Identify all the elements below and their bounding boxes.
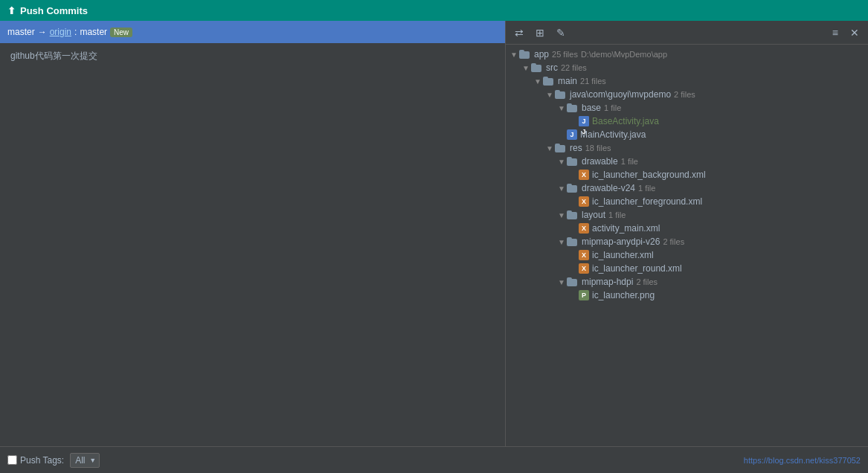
close-button[interactable]: ✕ (847, 25, 862, 40)
png-icon-ic-launcher: P (579, 290, 589, 300)
remote-branch: master (80, 27, 107, 37)
tree-node-drawable[interactable]: ▼ drawable 1 file (506, 155, 868, 168)
window-title: Push Commits (20, 5, 88, 16)
edit-button[interactable]: ✎ (553, 25, 568, 40)
node-meta-drawable: 1 file (621, 157, 638, 166)
sync-button[interactable]: ⇄ (512, 25, 527, 40)
node-name-ic-launcher-bg: ic_launcher_background.xml (592, 170, 706, 180)
title-bar: ⬆ Push Commits (0, 0, 868, 21)
right-panel: ⇄ ⊞ ✎ ≡ ✕ ▼ app 25 files D:\demo\MvpDemo… (506, 21, 868, 446)
arrow-layout: ▼ (556, 211, 567, 219)
arrow-drawable: ▼ (556, 158, 567, 166)
node-name-activity-main: activity_main.xml (592, 223, 660, 234)
folder-icon-layout (567, 210, 579, 219)
xml-icon-activity-main: X (579, 223, 589, 234)
tree-node-src[interactable]: ▼ src 22 files (506, 61, 868, 74)
arrow-mipmap-hdpi: ▼ (556, 278, 567, 286)
remote-label[interactable]: origin (50, 27, 71, 37)
separator: : (74, 27, 77, 37)
node-name-ic-launcher-png: ic_launcher.png (592, 290, 655, 300)
folder-icon-app (519, 50, 531, 59)
node-meta-main: 21 files (580, 77, 606, 86)
node-meta-src: 22 files (561, 63, 587, 72)
node-name-baseactivity: BaseActivity.java (592, 116, 659, 126)
node-meta-drawable-v24: 1 file (638, 184, 655, 193)
commit-item[interactable]: github代码第一次提交 (7, 48, 498, 65)
push-tags-section: Push Tags: (7, 455, 64, 466)
folder-icon-src (531, 63, 543, 72)
right-toolbar: ⇄ ⊞ ✎ ≡ ✕ (506, 21, 868, 45)
local-branch: master (7, 27, 35, 37)
node-name-drawable-v24: drawable-v24 (582, 183, 635, 193)
xml-icon-ic-launcher: X (579, 250, 589, 260)
tree-node-main[interactable]: ▼ main 21 files (506, 74, 868, 88)
file-tree: ▼ app 25 files D:\demo\MvpDemo\app ▼ src… (506, 45, 868, 446)
node-meta-res: 18 files (585, 144, 611, 152)
tree-node-mipmap-anydpi[interactable]: ▼ mipmap-anydpi-v26 2 files (506, 235, 868, 248)
collapse-button[interactable]: ≡ (829, 25, 841, 40)
node-name-mipmap-anydpi: mipmap-anydpi-v26 (582, 236, 660, 247)
node-name-layout: layout (582, 210, 605, 220)
folder-icon-res (555, 144, 567, 152)
push-icon: ⬆ (7, 5, 16, 16)
node-name-ic-launcher-xml: ic_launcher.xml (592, 250, 654, 260)
folder-icon-drawable-v24 (567, 184, 579, 193)
bottom-bar: Push Tags: All https://blog.csdn.net/kis… (0, 446, 868, 473)
node-name-app: app (534, 49, 549, 59)
arrow-base: ▼ (556, 104, 567, 112)
node-meta-mipmap-hdpi: 2 files (636, 277, 658, 286)
tree-node-mainactivity[interactable]: J MainActivity.java (506, 128, 868, 141)
tree-node-base[interactable]: ▼ base 1 file (506, 101, 868, 115)
folder-icon-main (543, 77, 555, 86)
node-name-java-pkg: java\com\guoyi\mvpdemo (570, 89, 671, 100)
node-meta-mipmap-anydpi: 2 files (663, 237, 684, 246)
xml-icon-ic-launcher-round: X (579, 263, 589, 274)
java-icon-mainactivity: J (567, 129, 577, 140)
node-name-ic-launcher-round: ic_launcher_round.xml (592, 263, 682, 274)
node-name-ic-launcher-fg: ic_launcher_foreground.xml (592, 196, 702, 207)
java-icon-baseactivity: J (579, 116, 589, 126)
node-meta-app: 25 files (552, 50, 578, 59)
push-tags-label: Push Tags: (20, 455, 64, 466)
folder-icon-mipmap-anydpi (567, 237, 579, 246)
push-tags-select[interactable]: All (70, 453, 100, 468)
tree-node-activity-main[interactable]: X activity_main.xml (506, 222, 868, 235)
arrow-drawable-v24: ▼ (556, 184, 567, 193)
branch-bar: master → origin : master New (0, 21, 505, 43)
tree-node-mipmap-hdpi[interactable]: ▼ mipmap-hdpi 2 files (506, 275, 868, 289)
bottom-url[interactable]: https://blog.csdn.net/kiss377052 (744, 456, 861, 465)
tree-node-layout[interactable]: ▼ layout 1 file (506, 208, 868, 222)
tree-node-ic-launcher-bg[interactable]: X ic_launcher_background.xml (506, 168, 868, 181)
tree-node-ic-launcher-fg[interactable]: X ic_launcher_foreground.xml (506, 195, 868, 208)
push-tags-select-wrapper: All (70, 453, 100, 468)
left-panel: master → origin : master New github代码第一次… (0, 21, 506, 446)
node-path-app: D:\demo\MvpDemo\app (581, 50, 667, 59)
tree-node-java-pkg[interactable]: ▼ java\com\guoyi\mvpdemo 2 files (506, 88, 868, 101)
folder-icon-mipmap-hdpi (567, 277, 579, 286)
node-name-main: main (558, 76, 577, 86)
grid-button[interactable]: ⊞ (533, 25, 547, 40)
arrow-mipmap-anydpi: ▼ (556, 238, 567, 246)
arrow-app: ▼ (509, 51, 519, 59)
node-name-res: res (570, 143, 582, 153)
arrow-main: ▼ (533, 77, 543, 86)
node-meta-base: 1 file (604, 103, 621, 112)
main-content: master → origin : master New github代码第一次… (0, 21, 868, 446)
tree-node-ic-launcher-xml[interactable]: X ic_launcher.xml (506, 248, 868, 262)
xml-icon-ic-launcher-fg: X (579, 196, 589, 207)
commit-message: github代码第一次提交 (10, 51, 97, 61)
node-meta-java-pkg: 2 files (674, 90, 695, 99)
tree-node-app[interactable]: ▼ app 25 files D:\demo\MvpDemo\app (506, 48, 868, 61)
tree-node-ic-launcher-round[interactable]: X ic_launcher_round.xml (506, 262, 868, 275)
push-tags-checkbox[interactable] (7, 455, 17, 465)
node-name-drawable: drawable (582, 156, 618, 167)
tree-node-drawable-v24[interactable]: ▼ drawable-v24 1 file (506, 181, 868, 195)
arrow-java-pkg: ▼ (544, 91, 555, 99)
arrow: → (38, 27, 47, 37)
tree-node-ic-launcher-png[interactable]: P ic_launcher.png (506, 289, 868, 302)
arrow-res: ▼ (544, 144, 555, 152)
xml-icon-ic-launcher-bg: X (579, 170, 589, 180)
tree-node-baseactivity[interactable]: J BaseActivity.java (506, 115, 868, 128)
tree-node-res[interactable]: ▼ res 18 files (506, 141, 868, 155)
folder-icon-base (567, 103, 579, 112)
